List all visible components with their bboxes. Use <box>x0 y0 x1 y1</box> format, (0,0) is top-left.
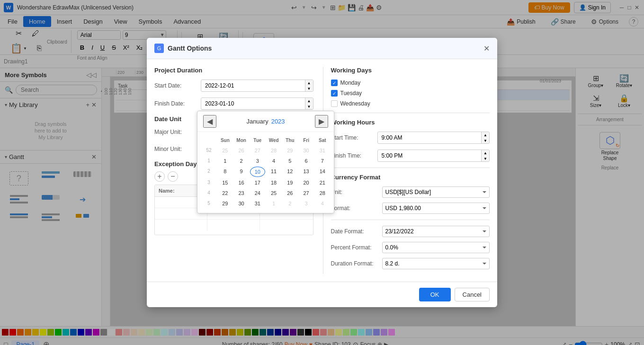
cal-jan-22[interactable]: 22 <box>217 188 233 198</box>
cal-jan-26[interactable]: 26 <box>282 188 297 198</box>
ex-name-3[interactable] <box>155 220 207 231</box>
cal-wed-header: Wed <box>266 136 281 145</box>
finish-time-down[interactable]: ▼ <box>482 156 489 161</box>
ex-start-3[interactable] <box>207 220 260 231</box>
cal-jan-27[interactable]: 27 <box>299 188 314 198</box>
cal-jan-29[interactable]: 29 <box>217 199 233 208</box>
cal-jan-28[interactable]: 28 <box>315 188 330 198</box>
finish-date-up[interactable]: ▲ <box>305 98 313 104</box>
start-date-up[interactable]: ▲ <box>305 80 313 86</box>
date-format-select[interactable]: 23/12/2022 <box>382 226 490 237</box>
modal-overlay[interactable]: G Gantt Options ✕ Project Duration Start… <box>0 0 644 345</box>
cal-mon-header: Mon <box>234 136 249 145</box>
cal-jan-5[interactable]: 5 <box>282 156 297 166</box>
start-date-down[interactable]: ▼ <box>305 86 313 91</box>
cancel-button[interactable]: Cancel <box>455 288 490 301</box>
cal-jan-16[interactable]: 16 <box>234 178 249 187</box>
modal-title-icon: G <box>154 44 164 53</box>
finish-time-up[interactable]: ▲ <box>482 150 489 156</box>
remove-exception-button[interactable]: − <box>168 171 178 182</box>
cal-feb-3[interactable]: 3 <box>299 199 314 208</box>
finish-time-input[interactable] <box>378 150 482 161</box>
cal-jan-31[interactable]: 31 <box>250 199 265 208</box>
wednesday-row: Wednesday <box>331 100 490 107</box>
format-select[interactable]: USD 1,980.00 <box>382 203 490 214</box>
wednesday-checkbox[interactable] <box>331 100 338 107</box>
cal-jan-8[interactable]: 8 <box>217 167 233 177</box>
cal-prev-button[interactable]: ◀ <box>203 115 216 128</box>
duration-format-row: Duration Format: 8.2 d. <box>331 258 490 269</box>
finish-time-label: Finish Time: <box>331 152 374 159</box>
unit-select[interactable]: USD[$][US Dollar] <box>382 186 490 198</box>
cal-dec-31[interactable]: 31 <box>315 146 330 155</box>
ok-button[interactable]: OK <box>419 288 451 301</box>
cal-month-year: January 2023 <box>246 118 285 125</box>
wednesday-label: Wednesday <box>340 100 370 107</box>
monday-checkbox[interactable]: ✓ <box>331 80 338 86</box>
tuesday-checkbox[interactable]: ✓ <box>331 90 338 97</box>
cal-dec-28[interactable]: 28 <box>266 146 281 155</box>
add-exception-button[interactable]: + <box>154 171 165 182</box>
finish-date-down[interactable]: ▼ <box>305 104 313 109</box>
cal-jan-2[interactable]: 2 <box>234 156 249 166</box>
cal-jan-7[interactable]: 7 <box>315 156 330 166</box>
divider1 <box>331 113 490 113</box>
major-unit-label: Major Unit: <box>154 129 197 135</box>
cal-jan-13[interactable]: 13 <box>299 167 314 177</box>
finish-time-input-group[interactable]: ▲ ▼ <box>377 150 490 162</box>
cal-jan-11[interactable]: 11 <box>266 167 281 177</box>
cal-jan-3[interactable]: 3 <box>250 156 265 166</box>
cal-tue-header: Tue <box>250 136 265 145</box>
cal-jan-25[interactable]: 25 <box>266 188 281 198</box>
cal-week-52: 52 25 26 27 28 29 30 31 <box>201 146 330 155</box>
start-time-up[interactable]: ▲ <box>482 132 489 138</box>
ex-finish-3[interactable] <box>260 220 313 231</box>
cal-jan-6[interactable]: 6 <box>299 156 314 166</box>
cal-wk-2: 2 <box>201 167 216 177</box>
cal-jan-21[interactable]: 21 <box>315 178 330 187</box>
cal-dec-25[interactable]: 25 <box>217 146 233 155</box>
cal-feb-1[interactable]: 1 <box>266 199 281 208</box>
finish-date-input-group[interactable]: ▲ ▼ <box>201 97 313 110</box>
duration-format-label: Duration Format: <box>331 260 378 267</box>
start-time-input-group[interactable]: ▲ ▼ <box>377 132 490 144</box>
start-time-input[interactable] <box>378 133 482 143</box>
modal-close-button[interactable]: ✕ <box>483 44 490 53</box>
cal-jan-12[interactable]: 12 <box>282 167 297 177</box>
start-time-down[interactable]: ▼ <box>482 138 489 143</box>
cal-week-2: 2 8 9 10 11 12 13 14 <box>201 167 330 177</box>
start-date-input[interactable] <box>201 80 305 91</box>
cal-jan-10[interactable]: 10 <box>250 167 265 177</box>
start-date-input-group[interactable]: ▲ ▼ <box>201 80 313 92</box>
duration-format-select[interactable]: 8.2 d. <box>382 258 490 269</box>
cal-jan-17[interactable]: 17 <box>250 178 265 187</box>
tuesday-row: ✓ Tuesday <box>331 90 490 97</box>
cal-dec-26[interactable]: 26 <box>234 146 249 155</box>
cal-jan-4[interactable]: 4 <box>266 156 281 166</box>
cal-jan-9[interactable]: 9 <box>234 167 249 177</box>
date-format-label: Date Format: <box>331 228 378 235</box>
cal-jan-1[interactable]: 1 <box>217 156 233 166</box>
finish-date-input[interactable] <box>201 98 305 109</box>
cal-jan-15[interactable]: 15 <box>217 178 233 187</box>
cal-jan-20[interactable]: 20 <box>299 178 314 187</box>
cal-feb-2[interactable]: 2 <box>282 199 297 208</box>
tuesday-label: Tuesday <box>340 90 362 97</box>
cal-dec-30[interactable]: 30 <box>299 146 314 155</box>
cal-month-label: January <box>246 118 268 125</box>
cal-next-button[interactable]: ▶ <box>315 115 328 128</box>
cal-header-row: Sun Mon Tue Wed Thu Fri Sat <box>201 136 330 145</box>
cal-jan-19[interactable]: 19 <box>282 178 297 187</box>
cal-year-label[interactable]: 2023 <box>271 118 285 125</box>
cal-feb-4[interactable]: 4 <box>315 199 330 208</box>
cal-jan-14[interactable]: 14 <box>315 167 330 177</box>
percent-format-select[interactable]: 0.0% <box>382 242 490 253</box>
cal-dec-27[interactable]: 27 <box>250 146 265 155</box>
working-days-header: Working Days <box>331 67 490 74</box>
cal-jan-23[interactable]: 23 <box>234 188 249 198</box>
cal-dec-29[interactable]: 29 <box>282 146 297 155</box>
cal-jan-30[interactable]: 30 <box>234 199 249 208</box>
divider3 <box>331 220 490 220</box>
cal-jan-18[interactable]: 18 <box>266 178 281 187</box>
cal-jan-24[interactable]: 24 <box>250 188 265 198</box>
